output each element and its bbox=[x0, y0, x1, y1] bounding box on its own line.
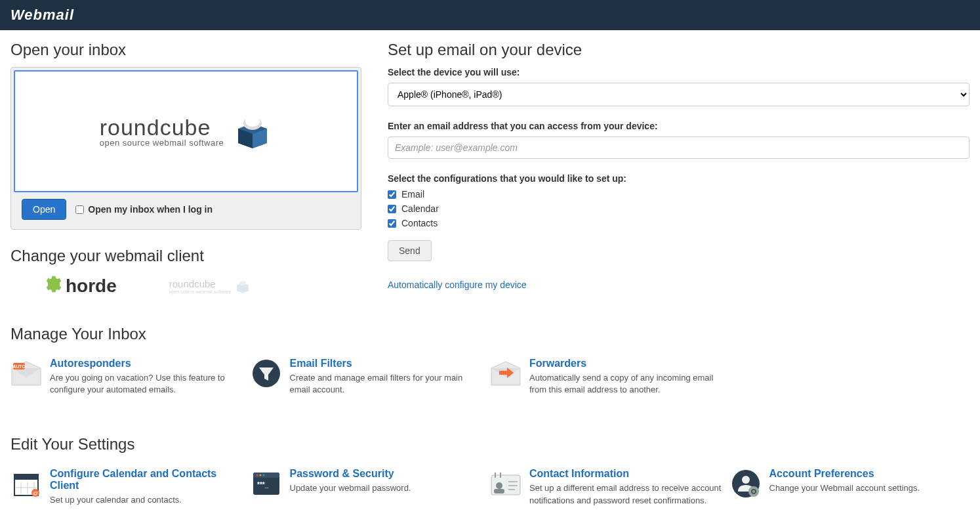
roundcube-preview[interactable]: roundcube open source webmail software bbox=[14, 70, 358, 192]
manage-heading: Manage Your Inbox bbox=[10, 325, 970, 343]
funnel-icon bbox=[251, 358, 282, 389]
email-field[interactable] bbox=[388, 136, 970, 159]
horde-client-option[interactable]: horde bbox=[43, 273, 117, 299]
svg-point-32 bbox=[496, 482, 502, 489]
calendar-contacts-link[interactable]: Configure Calendar and Contacts Client bbox=[50, 468, 243, 492]
svg-text:***_: ***_ bbox=[257, 481, 269, 488]
tile-contact-info: Contact InformationSet up a different em… bbox=[490, 464, 730, 510]
account-prefs-link[interactable]: Account Preferences bbox=[769, 468, 874, 480]
config-email-option[interactable]: Email bbox=[388, 189, 970, 200]
open-button[interactable]: Open bbox=[22, 199, 66, 220]
contact-info-link[interactable]: Contact Information bbox=[529, 468, 629, 480]
password-icon: ***_ bbox=[251, 468, 282, 499]
setup-heading: Set up email on your device bbox=[388, 41, 970, 59]
open-inbox-heading: Open your inbox bbox=[10, 41, 361, 59]
auto-configure-link[interactable]: Automatically configure my device bbox=[388, 280, 527, 290]
send-button[interactable]: Send bbox=[388, 240, 432, 261]
tile-forwarders: ForwardersAutomatically send a copy of a… bbox=[490, 354, 730, 400]
email-filters-link[interactable]: Email Filters bbox=[290, 358, 352, 369]
tile-autoresponders: AUTO AutorespondersAre you going on vaca… bbox=[10, 354, 251, 400]
roundcube-icon bbox=[233, 112, 272, 151]
svg-point-27 bbox=[262, 474, 264, 476]
email-label: Enter an email address that you can acce… bbox=[388, 121, 970, 131]
tile-email-filters: Email FiltersCreate and manage email fil… bbox=[251, 354, 491, 400]
roundcube-client-option[interactable]: roundcube open source webmail software bbox=[169, 273, 251, 299]
auto-open-label[interactable]: Open my inbox when I log in bbox=[75, 204, 213, 215]
device-select[interactable]: Apple® (iPhone®, iPad®) bbox=[388, 83, 970, 106]
config-calendar-option[interactable]: Calendar bbox=[388, 203, 970, 214]
svg-point-25 bbox=[256, 474, 258, 476]
config-contacts-checkbox[interactable] bbox=[388, 219, 396, 228]
config-email-checkbox[interactable] bbox=[388, 190, 396, 199]
change-client-heading: Change your webmail client bbox=[10, 247, 361, 265]
config-contacts-option[interactable]: Contacts bbox=[388, 218, 970, 228]
config-label: Select the configurations that you would… bbox=[388, 173, 970, 184]
svg-point-38 bbox=[742, 476, 750, 484]
svg-text:@: @ bbox=[33, 490, 38, 496]
svg-rect-16 bbox=[14, 474, 38, 480]
settings-heading: Edit Your Settings bbox=[10, 435, 970, 453]
roundcube-name: roundcube bbox=[100, 115, 211, 140]
tile-password: ***_ Password & SecurityUpdate your webm… bbox=[251, 464, 491, 510]
auto-open-checkbox[interactable] bbox=[75, 205, 84, 214]
brand-logo: Webmail bbox=[10, 7, 74, 24]
roundcube-tagline: open source webmail software bbox=[100, 138, 224, 148]
svg-point-6 bbox=[240, 281, 247, 285]
header: Webmail bbox=[0, 0, 980, 30]
autoresponders-link[interactable]: Autoresponders bbox=[50, 358, 131, 369]
forwarders-link[interactable]: Forwarders bbox=[529, 358, 586, 369]
password-link[interactable]: Password & Security bbox=[290, 468, 394, 480]
gear-icon bbox=[43, 273, 64, 299]
svg-point-39 bbox=[748, 486, 759, 497]
roundcube-small-icon bbox=[235, 278, 251, 294]
envelope-forward-icon bbox=[490, 358, 521, 389]
svg-point-4 bbox=[245, 116, 260, 127]
svg-rect-33 bbox=[494, 489, 504, 494]
device-label: Select the device you will use: bbox=[388, 67, 970, 77]
contact-card-icon bbox=[490, 468, 521, 499]
config-calendar-checkbox[interactable] bbox=[388, 205, 396, 213]
tile-calendar-contacts: @ Configure Calendar and Contacts Client… bbox=[10, 464, 251, 510]
svg-point-26 bbox=[259, 474, 261, 476]
calendar-icon: @ bbox=[10, 468, 42, 499]
tile-account-prefs: Account PreferencesChange your Webmail a… bbox=[730, 464, 970, 510]
envelope-auto-icon: AUTO bbox=[10, 358, 42, 389]
svg-text:AUTO: AUTO bbox=[12, 364, 26, 369]
user-gear-icon bbox=[730, 468, 762, 499]
inbox-card: roundcube open source webmail software bbox=[10, 67, 361, 230]
